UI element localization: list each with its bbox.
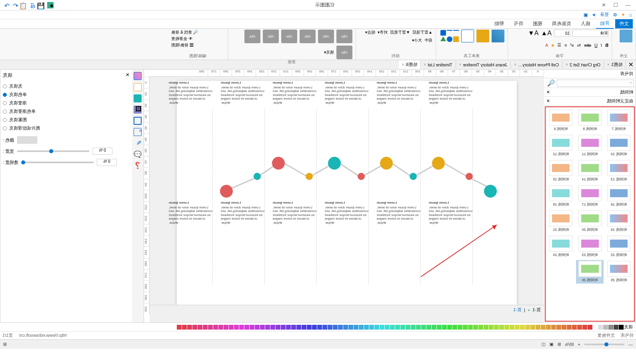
trans-val[interactable]: 0 % [97, 159, 117, 166]
shape-item[interactable]: 时间线 17 [576, 184, 603, 208]
menu-start[interactable]: 开始 [596, 19, 614, 29]
timeline-node[interactable] [484, 185, 497, 198]
color-swatch[interactable] [504, 325, 509, 330]
fill-option[interactable]: 图片或纹理填充 [3, 124, 130, 132]
color-swatch[interactable] [276, 325, 280, 330]
select-tool[interactable] [492, 30, 504, 42]
shape-item[interactable]: 时间线 8 [576, 109, 603, 132]
min-btn[interactable]: — [625, 2, 630, 8]
color-swatch[interactable] [234, 325, 239, 330]
canvas[interactable]: Lorem IpsumLorem ipsum dolor sit amet, c… [150, 77, 544, 305]
group-menu[interactable]: 组合▾ [365, 30, 375, 35]
layers-btn[interactable]: ☰ 替换/视图 [171, 42, 194, 48]
text-tool[interactable] [476, 30, 489, 42]
style-4[interactable]: Abc [281, 30, 297, 43]
find-replace[interactable]: 🔍 查找 & 替换 [171, 30, 198, 35]
color-swatch[interactable] [489, 325, 494, 330]
timeline-node[interactable] [410, 173, 417, 180]
shape-item[interactable]: 时间线 14 [576, 159, 603, 183]
color-swatch[interactable] [265, 325, 270, 330]
color-swatch[interactable] [177, 325, 182, 330]
align-btn[interactable]: ≡ [564, 43, 567, 48]
timeline-node[interactable] [272, 157, 285, 170]
connector-tool[interactable] [461, 30, 474, 42]
font-color-icon[interactable]: A [545, 43, 548, 48]
doctab-5[interactable]: Timeline List× [421, 61, 456, 68]
style-3[interactable]: Abc [300, 30, 316, 43]
page-nav[interactable]: 页-1 [532, 307, 541, 313]
color-swatch[interactable] [510, 325, 514, 330]
vtool-comment[interactable]: 💬 [134, 150, 142, 158]
font-size[interactable] [554, 30, 570, 37]
shape-item[interactable]: 时间线 25 [605, 260, 632, 284]
qa-icon-6[interactable]: ↷ [3, 2, 10, 8]
menu-file[interactable]: 文件 [615, 19, 633, 28]
color-swatch[interactable] [520, 325, 525, 330]
rp-close[interactable]: ✕ [126, 72, 130, 79]
doctab-3[interactable]: Cell Phone History…× [511, 61, 562, 68]
color-swatch[interactable] [432, 325, 436, 330]
color-swatch[interactable] [598, 325, 603, 330]
color-swatch[interactable] [562, 325, 566, 330]
menu-help[interactable]: 帮助 [490, 19, 508, 28]
style-7[interactable]: Abc [336, 46, 352, 59]
menu-layout[interactable]: 页面布局 [548, 19, 575, 28]
bottom-tab-lib[interactable]: 符号库 [620, 332, 634, 338]
color-swatch[interactable] [442, 325, 447, 330]
fill-option[interactable]: 图案填充 [3, 116, 130, 124]
color-swatch[interactable] [255, 325, 260, 330]
home-icon[interactable]: ⌂ [629, 12, 632, 18]
shape-item[interactable]: 时间线 11 [576, 134, 603, 158]
send-back[interactable]: ▼置于底层 [390, 30, 410, 35]
timeline-node[interactable] [358, 173, 365, 180]
color-swatch[interactable] [281, 325, 286, 330]
color-swatch[interactable] [484, 325, 488, 330]
page-1-tab[interactable]: 页-1 [513, 307, 522, 313]
shape-item[interactable]: 时间线 20 [576, 210, 603, 233]
search-icon[interactable]: 🔍 [546, 79, 557, 87]
view-page-icon[interactable]: ▣ [550, 342, 554, 347]
color-swatch[interactable] [302, 325, 306, 330]
color-swatch[interactable] [333, 325, 338, 330]
timeline-node[interactable] [328, 157, 341, 170]
symbol-search[interactable] [557, 80, 634, 87]
color-swatch[interactable] [198, 325, 202, 330]
color-swatch[interactable] [416, 325, 421, 330]
vtool-rect[interactable] [134, 117, 142, 125]
color-swatch[interactable] [380, 325, 384, 330]
page-add[interactable]: + [528, 308, 530, 312]
color-swatch[interactable] [530, 325, 535, 330]
zoom-in[interactable]: + [578, 342, 580, 347]
shape-curve[interactable] [440, 30, 446, 36]
color-swatch[interactable] [296, 325, 301, 330]
fill-option[interactable]: 单色填充 [3, 90, 130, 99]
cat-timeline[interactable]: 时间线 [620, 89, 633, 95]
view-fit-icon[interactable]: ◫ [542, 342, 546, 347]
color-swatch[interactable] [567, 325, 572, 330]
color-swatch[interactable] [572, 325, 577, 330]
gear-icon[interactable]: ⚙ [613, 12, 617, 18]
bottom-tab-recover[interactable]: 文件恢复 [597, 332, 615, 338]
color-swatch[interactable] [338, 325, 343, 330]
sup-btn[interactable]: x² [570, 43, 574, 48]
shape-item[interactable]: 时间线 13 [605, 159, 632, 183]
color-swatch[interactable] [385, 325, 390, 330]
color-swatch[interactable] [426, 325, 431, 330]
vtool-pen[interactable] [134, 83, 142, 91]
color-swatch[interactable] [250, 325, 254, 330]
bring-front[interactable]: ▲置于顶层 [412, 30, 432, 35]
color-swatch[interactable] [244, 325, 249, 330]
color-swatch[interactable] [406, 325, 410, 330]
color-swatch[interactable] [359, 325, 364, 330]
shape-item[interactable]: 时间线 23 [576, 235, 603, 258]
login-link[interactable]: 登录 [600, 12, 609, 18]
color-swatch[interactable] [468, 325, 473, 330]
font-dec-icon[interactable]: A▼ [528, 30, 539, 37]
max-btn[interactable]: ☐ [613, 2, 618, 8]
color-swatch[interactable] [203, 325, 208, 330]
color-swatch[interactable] [229, 325, 234, 330]
style-1[interactable]: Abc [336, 30, 352, 43]
timeline-node[interactable] [380, 157, 393, 170]
menu-insert[interactable]: 插入 [577, 19, 594, 28]
vtool-help[interactable]: ❓ [134, 162, 142, 170]
